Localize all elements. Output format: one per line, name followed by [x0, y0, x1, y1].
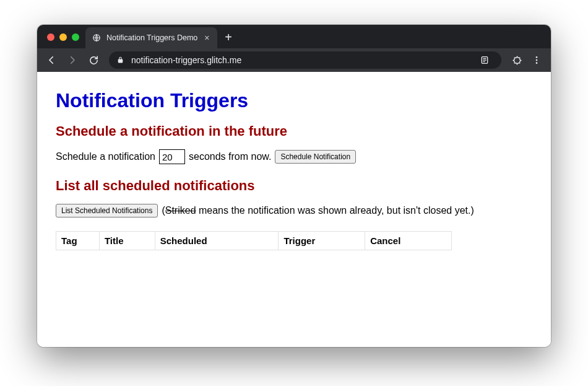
lock-icon [116, 56, 125, 64]
browser-tab[interactable]: Notification Triggers Demo × [85, 27, 217, 48]
browser-window: Notification Triggers Demo × + notificat… [37, 25, 551, 347]
menu-icon[interactable] [527, 51, 546, 69]
col-cancel: Cancel [365, 232, 452, 250]
legend-striked: Striked [165, 205, 196, 216]
toolbar-right [508, 51, 546, 69]
col-scheduled: Scheduled [155, 232, 279, 250]
forward-button[interactable] [63, 51, 82, 69]
browser-toolbar: notification-triggers.glitch.me [37, 48, 551, 72]
minimize-window-button[interactable] [59, 33, 67, 41]
seconds-input[interactable] [159, 149, 185, 164]
extensions-icon[interactable] [508, 51, 526, 69]
schedule-row: Schedule a notification seconds from now… [56, 149, 532, 164]
page-title: Notification Triggers [56, 89, 532, 112]
url-text: notification-triggers.glitch.me [131, 55, 241, 65]
schedule-heading: Schedule a notification in the future [56, 123, 532, 139]
back-button[interactable] [42, 51, 61, 69]
col-trigger: Trigger [279, 232, 365, 250]
scheduled-table: Tag Title Scheduled Trigger Cancel [56, 231, 452, 250]
schedule-text-after: seconds from now. [189, 151, 271, 162]
globe-icon [92, 33, 102, 43]
close-tab-icon[interactable]: × [202, 33, 211, 42]
legend-rest: means the notification was shown already… [196, 205, 474, 216]
new-tab-button[interactable]: + [217, 30, 240, 48]
schedule-notification-button[interactable]: Schedule Notification [275, 150, 356, 164]
list-row: List Scheduled Notifications (Striked me… [56, 204, 532, 217]
svg-point-3 [536, 59, 538, 61]
close-window-button[interactable] [47, 33, 54, 41]
legend-text: (Striked means the notification was show… [162, 205, 473, 216]
col-title: Title [99, 232, 155, 250]
reader-mode-icon[interactable] [475, 51, 494, 69]
tab-title: Notification Triggers Demo [106, 33, 197, 42]
list-heading: List all scheduled notifications [56, 178, 532, 194]
svg-point-4 [536, 62, 538, 64]
page-content: Notification Triggers Schedule a notific… [37, 72, 551, 347]
maximize-window-button[interactable] [72, 33, 79, 41]
window-controls [45, 33, 85, 48]
reload-button[interactable] [84, 51, 103, 69]
col-tag: Tag [56, 232, 100, 250]
svg-point-2 [536, 56, 538, 58]
list-scheduled-button[interactable]: List Scheduled Notifications [56, 204, 158, 217]
schedule-text-before: Schedule a notification [56, 151, 155, 162]
tab-strip: Notification Triggers Demo × + [37, 25, 551, 48]
table-header-row: Tag Title Scheduled Trigger Cancel [56, 232, 452, 250]
address-bar[interactable]: notification-triggers.glitch.me [109, 51, 501, 69]
